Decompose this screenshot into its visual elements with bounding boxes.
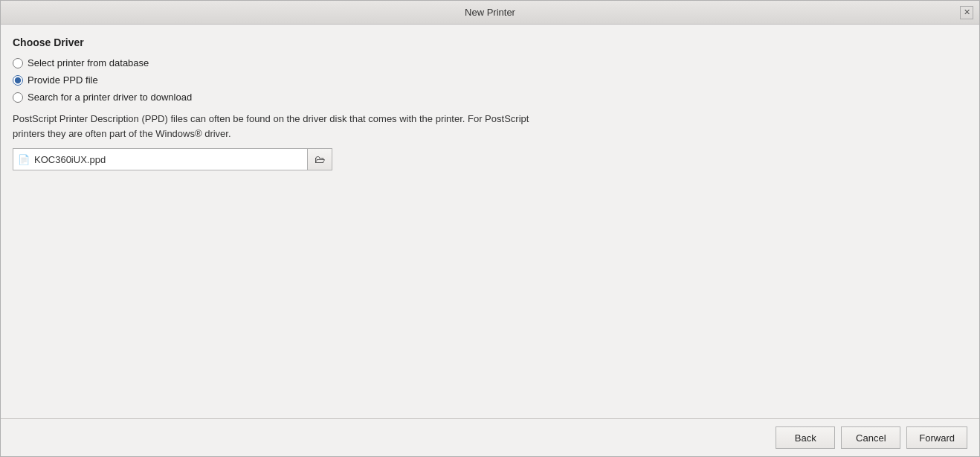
- forward-button[interactable]: Forward: [906, 426, 967, 449]
- radio-ppd-text: Provide PPD file: [28, 74, 98, 86]
- footer: Back Cancel Forward: [1, 418, 979, 456]
- radio-ppd-label[interactable]: Provide PPD file: [13, 74, 967, 86]
- radio-db-text: Select printer from database: [28, 57, 149, 68]
- driver-options: Select printer from database Provide PPD…: [13, 57, 967, 103]
- new-printer-window: New Printer ✕ Choose Driver Select print…: [0, 0, 980, 457]
- cancel-button[interactable]: Cancel: [841, 426, 900, 449]
- file-input-row: 📄 KOC360iUX.ppd 🗁: [13, 148, 332, 170]
- content-area: Choose Driver Select printer from databa…: [1, 25, 979, 418]
- window-title: New Printer: [465, 7, 515, 18]
- radio-download-text: Search for a printer driver to download: [28, 92, 192, 103]
- title-bar: New Printer ✕: [1, 1, 979, 25]
- file-icon: 📄: [18, 154, 30, 165]
- radio-ppd[interactable]: [13, 75, 23, 86]
- close-button[interactable]: ✕: [960, 6, 973, 19]
- back-button[interactable]: Back: [776, 426, 835, 449]
- radio-db[interactable]: [13, 58, 23, 68]
- file-input-field[interactable]: 📄 KOC360iUX.ppd: [13, 148, 307, 170]
- radio-db-label[interactable]: Select printer from database: [13, 57, 967, 68]
- section-title: Choose Driver: [13, 36, 967, 48]
- radio-download[interactable]: [13, 92, 23, 103]
- radio-download-label[interactable]: Search for a printer driver to download: [13, 92, 967, 103]
- ppd-description: PostScript Printer Description (PPD) fil…: [13, 112, 533, 141]
- browse-button[interactable]: 🗁: [307, 148, 332, 170]
- file-input-value: KOC360iUX.ppd: [34, 154, 106, 165]
